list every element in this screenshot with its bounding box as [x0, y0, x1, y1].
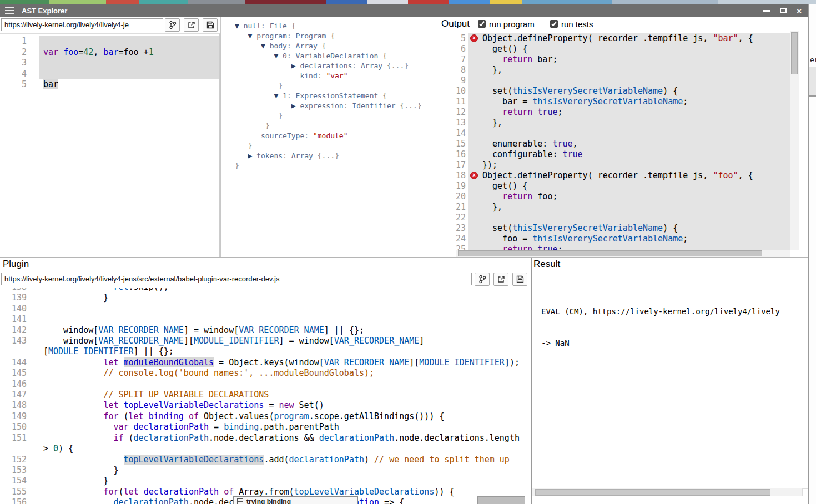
- result-line: -> NaN: [541, 338, 794, 349]
- run-tests-checkbox[interactable]: [550, 20, 558, 28]
- maximize-button[interactable]: [780, 8, 787, 13]
- code-text: get() {: [468, 44, 790, 54]
- line-number: 150: [0, 422, 39, 432]
- code-line: 11 bar = thisIsVererySecretVariableName;: [439, 97, 790, 107]
- code-text: ▶ tokens: Array {...}: [235, 152, 339, 160]
- trying-binding-popup[interactable]: trying binding: [233, 496, 358, 504]
- output-editor[interactable]: 5Object.defineProperty(_recorder_.tempfi…: [439, 31, 790, 250]
- window-title: AST Explorer: [22, 7, 67, 15]
- app-window: AST Explorer: [0, 4, 809, 504]
- source-url-input[interactable]: [1, 18, 163, 31]
- plugin-branch-button[interactable]: [475, 273, 490, 286]
- code-line: ▼ 1: ExpressionStatement {: [235, 91, 422, 101]
- code-line: }: [235, 141, 422, 151]
- code-text: ▶ declarations: Array {...}: [235, 62, 409, 70]
- code-line: 10 set(thisIsVererySecretVariableName) {: [439, 86, 790, 97]
- title-bar: AST Explorer: [0, 4, 808, 17]
- code-text: return true;: [468, 244, 790, 250]
- code-line: }: [235, 121, 422, 131]
- minimize-button[interactable]: [763, 10, 770, 12]
- error-icon[interactable]: [470, 34, 478, 42]
- code-text: ▼ 1: ExpressionStatement {: [235, 92, 387, 100]
- save-icon: [516, 275, 524, 283]
- line-number: 3: [0, 58, 39, 69]
- source-branch-button[interactable]: [165, 18, 180, 32]
- source-pane: 1 2var foo=42, bar=foo +13 4 5bar: [0, 17, 220, 257]
- code-line: 23 set(thisIsVererySecretVariableName) {: [439, 223, 790, 234]
- code-text: window[VAR_RECORDER_NAME] = window[VAR_R…: [39, 325, 527, 336]
- plugin-open-button[interactable]: [493, 273, 508, 286]
- code-line: 15 enumerable: true,: [439, 139, 790, 149]
- run-program-label: run program: [489, 19, 535, 29]
- line-number: 13: [439, 118, 468, 128]
- code-text: }: [39, 465, 527, 476]
- code-line: 154 }: [0, 476, 527, 486]
- code-text: ▼ 0: VariableDeclaration {: [235, 52, 387, 60]
- error-icon[interactable]: [470, 172, 478, 179]
- source-save-button[interactable]: [203, 18, 218, 32]
- code-line: 149 for (let binding of Object.values(pr…: [0, 411, 527, 422]
- result-horizontal-scrollbar-thumb[interactable]: [535, 489, 770, 496]
- plugin-save-button[interactable]: [512, 273, 527, 286]
- line-number: 11: [439, 97, 468, 107]
- output-vertical-scrollbar[interactable]: [790, 31, 799, 250]
- code-line: ▼ body: Array {: [235, 41, 422, 51]
- code-line: 139 }: [0, 293, 527, 303]
- line-number: 22: [439, 213, 468, 223]
- line-number: 24: [439, 234, 468, 244]
- code-line: ▶ declarations: Array {...}: [235, 61, 422, 71]
- ast-tree[interactable]: ▼ null: File { ▼ program: Program { ▼ bo…: [235, 21, 422, 171]
- code-text: return true;: [468, 107, 790, 118]
- line-number: 25: [439, 244, 468, 250]
- menu-icon[interactable]: [5, 7, 14, 14]
- source-editor[interactable]: 1 2var foo=42, bar=foo +13 4 5bar: [0, 33, 220, 257]
- code-text: }: [235, 142, 252, 150]
- code-line: ▶ expression: Identifier {...}: [235, 101, 422, 111]
- code-text: [468, 128, 790, 139]
- code-text: [MODULE_IDENTIFIER] || {};: [39, 346, 527, 357]
- close-button[interactable]: [797, 7, 802, 15]
- result-horizontal-scrollbar[interactable]: [532, 488, 802, 496]
- code-text: topLevelVariableDeclarations.add(declara…: [39, 455, 527, 465]
- code-line: 21 },: [439, 202, 790, 213]
- background-window-block: [809, 67, 816, 95]
- line-number: 2: [0, 47, 39, 58]
- output-horizontal-scrollbar[interactable]: [456, 250, 790, 257]
- plugin-url-input[interactable]: [1, 273, 472, 285]
- plugin-editor[interactable]: 138 ret.skip();139 }140 141 142 window[V…: [0, 288, 527, 504]
- code-text: }: [235, 122, 270, 130]
- code-text: let topLevelVariableDeclarations = new S…: [39, 400, 527, 411]
- line-number: 151: [0, 433, 39, 443]
- output-horizontal-scrollbar-thumb[interactable]: [458, 250, 762, 256]
- code-line: 4: [0, 69, 219, 80]
- code-text: [39, 304, 527, 314]
- code-text: get() {: [468, 181, 790, 191]
- code-line: 9: [439, 75, 790, 86]
- code-line: 24 foo = thisIsVererySecretVariableName;: [439, 234, 790, 244]
- code-text: return foo;: [468, 191, 790, 202]
- code-text: },: [468, 202, 790, 213]
- code-text: Object.defineProperty(_recorder_.tempfil…: [468, 33, 790, 44]
- code-text: [39, 58, 219, 69]
- code-text: ▼ null: File {: [235, 22, 296, 30]
- top-section: 1 2var foo=42, bar=foo +13 4 5bar ▼ null…: [0, 17, 809, 257]
- run-tests-label: run tests: [561, 19, 593, 29]
- line-number: 147: [0, 390, 39, 400]
- run-program-checkbox[interactable]: [478, 20, 486, 28]
- code-line: 19 get() {: [439, 181, 790, 191]
- plugin-title: Plugin: [3, 259, 29, 270]
- line-number: 153: [0, 465, 39, 476]
- code-text: Object.defineProperty(_recorder_.tempfil…: [468, 170, 790, 181]
- line-number: 9: [439, 75, 468, 86]
- result-pane: Result EVAL (CM), https://lively-kernel.…: [531, 258, 809, 504]
- code-text: ret.skip();: [39, 288, 527, 293]
- code-text: }: [39, 293, 527, 303]
- code-line: 143 window[VAR_RECORDER_NAME][MODULE_IDE…: [0, 336, 527, 346]
- line-number: 140: [0, 304, 39, 314]
- output-vertical-scrollbar-thumb[interactable]: [791, 32, 798, 74]
- background-window-text: er: [810, 56, 816, 64]
- code-text: sourceType: "module": [235, 132, 348, 140]
- line-number: 10: [439, 86, 468, 97]
- source-open-button[interactable]: [184, 18, 199, 32]
- code-line: 5bar: [0, 79, 219, 90]
